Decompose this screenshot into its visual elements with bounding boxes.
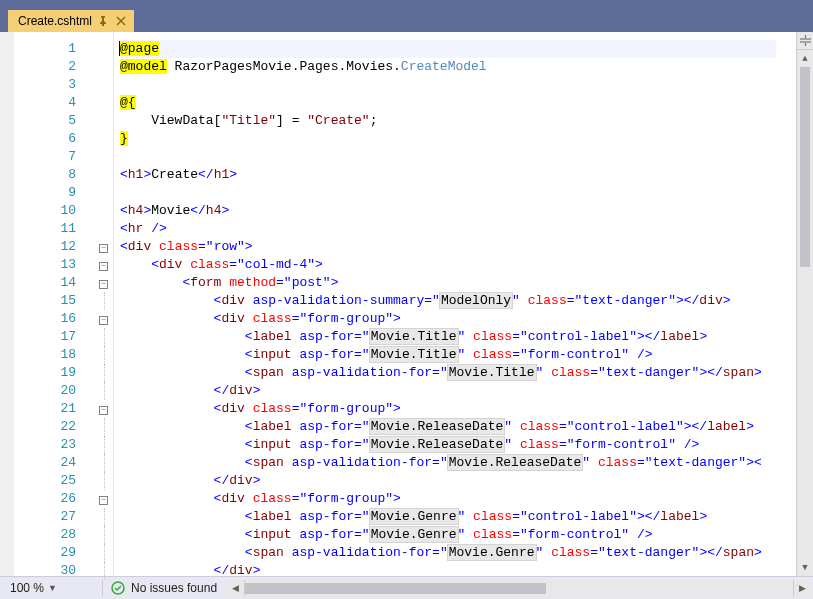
- horizontal-scrollbar[interactable]: ◀ ▶: [227, 580, 811, 597]
- code-editor[interactable]: 1234567891011121314151617181920212223242…: [0, 32, 813, 576]
- outlining-gutter[interactable]: −−−−−−: [94, 32, 114, 576]
- issues-label[interactable]: No issues found: [131, 581, 217, 595]
- vertical-scrollbar[interactable]: ▲ ▼: [796, 32, 813, 576]
- file-tab[interactable]: Create.cshtml: [8, 10, 134, 32]
- scroll-right-arrow[interactable]: ▶: [794, 580, 811, 597]
- zoom-level[interactable]: 100 % ▼: [0, 581, 94, 595]
- split-icon[interactable]: [797, 32, 813, 50]
- line-number-gutter[interactable]: 1234567891011121314151617181920212223242…: [14, 32, 94, 576]
- scroll-track[interactable]: [797, 67, 813, 559]
- chevron-down-icon: ▼: [48, 583, 57, 593]
- tab-title: Create.cshtml: [18, 14, 92, 28]
- status-bar: 100 % ▼ No issues found ◀ ▶: [0, 576, 813, 599]
- check-circle-icon: [111, 581, 125, 595]
- pin-icon[interactable]: [98, 16, 108, 26]
- scroll-left-arrow[interactable]: ◀: [227, 580, 244, 597]
- code-area[interactable]: @page@model RazorPagesMovie.Pages.Movies…: [114, 32, 796, 576]
- hscroll-thumb[interactable]: [245, 583, 546, 594]
- scroll-up-arrow[interactable]: ▲: [797, 50, 813, 67]
- tab-bar: Create.cshtml: [0, 6, 813, 32]
- breakpoint-margin[interactable]: [0, 32, 14, 576]
- scroll-thumb[interactable]: [800, 67, 810, 267]
- divider: [102, 580, 103, 596]
- close-icon[interactable]: [114, 16, 128, 26]
- scroll-down-arrow[interactable]: ▼: [797, 559, 813, 576]
